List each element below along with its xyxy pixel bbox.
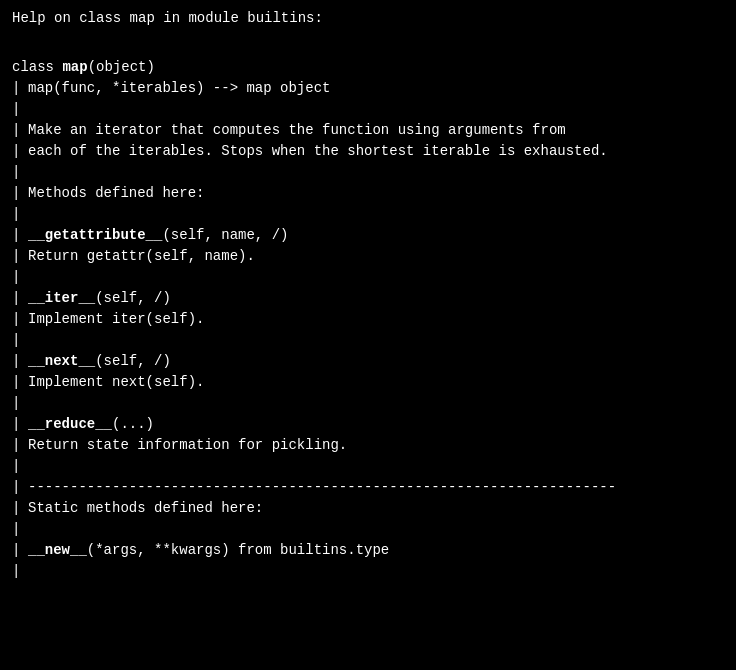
pipe-char: | bbox=[12, 330, 28, 351]
line-text: Return getattr(self, name). bbox=[28, 246, 724, 267]
pipe-char: | bbox=[12, 204, 28, 225]
method-name: __new__ bbox=[28, 542, 87, 558]
pipe-char: | bbox=[12, 141, 28, 162]
line-text: __next__(self, /) bbox=[28, 351, 724, 372]
help-content: | map(func, *iterables) --> map object||… bbox=[12, 78, 724, 582]
pipe-char: | bbox=[12, 414, 28, 435]
pipe-char: | bbox=[12, 435, 28, 456]
blank-line bbox=[12, 36, 724, 57]
line-text: Implement iter(self). bbox=[28, 309, 724, 330]
method-name: __iter__ bbox=[28, 290, 95, 306]
pipe-char: | bbox=[12, 183, 28, 204]
line-text bbox=[28, 393, 724, 414]
line-text: Implement next(self). bbox=[28, 372, 724, 393]
line-text bbox=[28, 330, 724, 351]
help-line: | Implement next(self). bbox=[12, 372, 724, 393]
line-text: each of the iterables. Stops when the sh… bbox=[28, 141, 724, 162]
pipe-char: | bbox=[12, 540, 28, 561]
help-title: Help on class map in module builtins: bbox=[12, 8, 724, 29]
help-line: | bbox=[12, 561, 724, 582]
line-text: Methods defined here: bbox=[28, 183, 724, 204]
help-line: | __new__(*args, **kwargs) from builtins… bbox=[12, 540, 724, 561]
help-line: | --------------------------------------… bbox=[12, 477, 724, 498]
line-text bbox=[28, 267, 724, 288]
class-declaration: class map(object) bbox=[12, 57, 724, 78]
line-text bbox=[28, 99, 724, 120]
line-text: map(func, *iterables) --> map object bbox=[28, 78, 724, 99]
line-text: Make an iterator that computes the funct… bbox=[28, 120, 724, 141]
pipe-char: | bbox=[12, 267, 28, 288]
help-line: | bbox=[12, 204, 724, 225]
line-text: __getattribute__(self, name, /) bbox=[28, 225, 724, 246]
help-line: | bbox=[12, 456, 724, 477]
line-text: __iter__(self, /) bbox=[28, 288, 724, 309]
help-line: | bbox=[12, 99, 724, 120]
help-line: | __iter__(self, /) bbox=[12, 288, 724, 309]
help-line: | bbox=[12, 519, 724, 540]
class-args: (object) bbox=[88, 59, 155, 75]
help-line: | bbox=[12, 393, 724, 414]
pipe-char: | bbox=[12, 351, 28, 372]
method-name: __getattribute__ bbox=[28, 227, 162, 243]
pipe-char: | bbox=[12, 78, 28, 99]
line-text bbox=[28, 456, 724, 477]
pipe-char: | bbox=[12, 246, 28, 267]
line-text bbox=[28, 162, 724, 183]
help-line: | bbox=[12, 162, 724, 183]
pipe-char: | bbox=[12, 99, 28, 120]
line-text: __new__(*args, **kwargs) from builtins.t… bbox=[28, 540, 724, 561]
pipe-char: | bbox=[12, 309, 28, 330]
pipe-char: | bbox=[12, 120, 28, 141]
help-line: | bbox=[12, 330, 724, 351]
help-line: | Static methods defined here: bbox=[12, 498, 724, 519]
help-line: | __getattribute__(self, name, /) bbox=[12, 225, 724, 246]
line-text: Return state information for pickling. bbox=[28, 435, 724, 456]
pipe-char: | bbox=[12, 288, 28, 309]
help-line: | bbox=[12, 267, 724, 288]
help-line: | map(func, *iterables) --> map object bbox=[12, 78, 724, 99]
line-text: __reduce__(...) bbox=[28, 414, 724, 435]
line-text bbox=[28, 204, 724, 225]
help-line: | Implement iter(self). bbox=[12, 309, 724, 330]
pipe-char: | bbox=[12, 519, 28, 540]
help-line: | __reduce__(...) bbox=[12, 414, 724, 435]
class-name: map bbox=[62, 59, 87, 75]
pipe-char: | bbox=[12, 561, 28, 582]
line-text: Static methods defined here: bbox=[28, 498, 724, 519]
pipe-char: | bbox=[12, 498, 28, 519]
line-text bbox=[28, 561, 724, 582]
method-name: __next__ bbox=[28, 353, 95, 369]
help-line: | Return getattr(self, name). bbox=[12, 246, 724, 267]
line-text: ----------------------------------------… bbox=[28, 477, 724, 498]
terminal-window: Help on class map in module builtins: cl… bbox=[12, 8, 724, 582]
pipe-char: | bbox=[12, 477, 28, 498]
help-line: | each of the iterables. Stops when the … bbox=[12, 141, 724, 162]
help-line: | Return state information for pickling. bbox=[12, 435, 724, 456]
pipe-char: | bbox=[12, 393, 28, 414]
line-text bbox=[28, 519, 724, 540]
help-line: | __next__(self, /) bbox=[12, 351, 724, 372]
pipe-char: | bbox=[12, 372, 28, 393]
help-line: | Methods defined here: bbox=[12, 183, 724, 204]
pipe-char: | bbox=[12, 162, 28, 183]
method-name: __reduce__ bbox=[28, 416, 112, 432]
pipe-char: | bbox=[12, 225, 28, 246]
pipe-char: | bbox=[12, 456, 28, 477]
class-keyword: class bbox=[12, 59, 62, 75]
help-line: | Make an iterator that computes the fun… bbox=[12, 120, 724, 141]
